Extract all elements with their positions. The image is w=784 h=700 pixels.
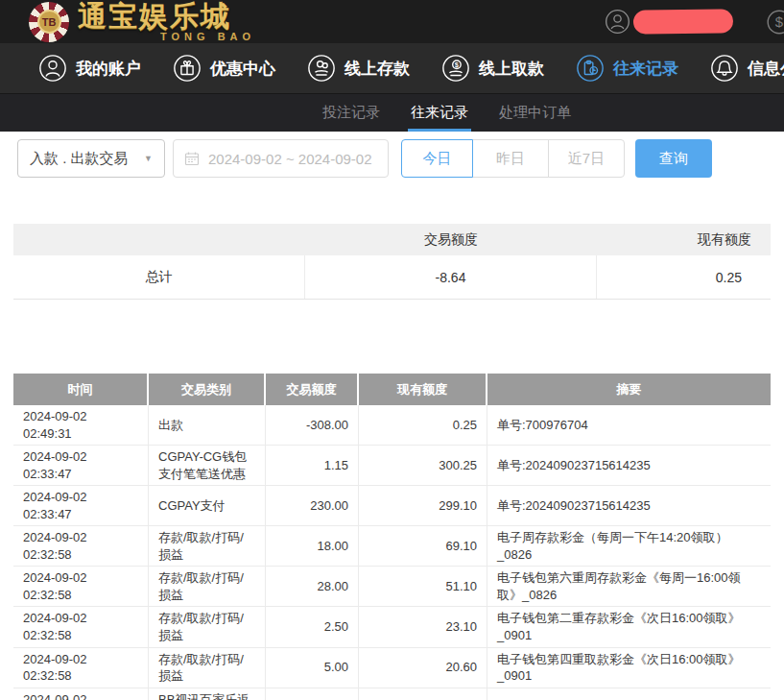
cell-summary: 电子钱包第二重存款彩金《次日16:00领取》_0901 [487,607,771,646]
last-7-days-button[interactable]: 近7日 [548,139,625,178]
filter-bar: 入款 . 出款交易 ▼ 2024-09-02 ~ 2024-09-02 今日 昨… [17,139,784,178]
summary-table: 交易额度 现有额度 总计 -8.64 0.25 [13,224,771,300]
date-range-value: 2024-09-02 ~ 2024-09-02 [208,151,372,167]
yesterday-button[interactable]: 昨日 [472,139,549,178]
cell-type: 存款/取款/打码/损益 [149,526,266,566]
cell-time: 2024-09-02 02:32:58 [13,607,149,646]
calendar-icon [184,151,200,166]
cell-type: CGPAY-CG钱包支付笔笔送优惠 [149,446,266,485]
nav-item-my-account[interactable]: 我的账户 [38,54,141,83]
cell-summary: 单号:202409023715614235 [487,446,771,485]
cell-time: 2024-09-02 02:33:47 [13,446,149,485]
poker-chip-logo-icon: TB [29,2,69,42]
summary-total-balance: 0.25 [597,255,771,299]
cell-amount: 5.00 [266,648,359,688]
nav-label: 往来记录 [613,58,678,80]
table-row: 2024-09-02 02:32:58 存款/取款/打码/损益 28.00 51… [13,567,771,607]
cell-amount: 1.15 [266,446,359,485]
table-row: 2024-09-02 02:33:47 CGPAY-CG钱包支付笔笔送优惠 1.… [13,446,771,486]
cell-time: 2024-09-02 02:49:31 [13,405,149,445]
cell-balance: 0.25 [359,405,487,445]
date-range-input[interactable]: 2024-09-02 ~ 2024-09-02 [173,139,389,178]
deposit-icon [307,54,336,83]
tab-pending-orders[interactable]: 处理中订单 [499,94,571,132]
cell-summary: 电子钱包第六重周存款彩金《每周一16:00领取》_0826 [487,567,771,606]
cell-amount: 18.00 [266,526,359,566]
today-button[interactable]: 今日 [401,139,473,178]
cell-amount: -308.00 [266,405,359,445]
summary-header-balance: 现有额度 [597,224,771,255]
cell-type: CGPAY支付 [149,486,266,525]
table-header-row: 时间 交易类别 交易额度 现有额度 摘要 [13,374,771,405]
cell-summary: 电子钱包第四重取款彩金《次日16:00领取》_0901 [487,648,771,688]
user-icon [38,54,67,83]
tab-bet-records[interactable]: 投注记录 [322,94,380,132]
cell-amount: 28.00 [266,567,359,606]
nav-label: 线上取款 [479,58,544,80]
search-button[interactable]: 查询 [635,139,712,178]
nav-label: 信息公告 [748,58,784,80]
top-bar: TB 通宝娱乐城 TONG BAO $ [0,0,784,43]
nav-label: 我的账户 [76,58,141,80]
cell-time: 2024-09-02 02:32:58 [13,567,149,606]
cell-summary: 单号:202409023715614235 [487,486,771,525]
gift-icon [173,54,202,83]
cell-balance: 69.10 [359,526,487,566]
cell-balance: 20.60 [359,648,487,688]
summary-total-row: 总计 -8.64 0.25 [13,255,771,300]
cell-balance: 15.60 [359,688,487,700]
cell-type: 存款/取款/打码/损益 [149,648,266,688]
records-icon [576,54,605,83]
balance-dollar-icon[interactable]: $ [766,9,784,36]
chip-monogram: TB [37,10,61,34]
tab-transaction-records[interactable]: 往来记录 [411,94,468,132]
cell-type: BB视讯百家乐返点 [149,688,266,700]
cell-type: 出款 [149,405,266,445]
nav-item-online-deposit[interactable]: 线上存款 [307,54,410,83]
col-header-type: 交易类别 [149,374,266,405]
cell-time: 2024-09-02 02:32:58 [13,648,149,688]
site-logo[interactable]: TB 通宝娱乐城 TONG BAO [29,2,255,42]
sub-navigation: 投注记录 往来记录 处理中订单 [0,94,784,132]
col-header-balance: 现有额度 [359,374,487,405]
transaction-type-select[interactable]: 入款 . 出款交易 ▼ [17,139,165,178]
cell-amount: 14.71 [266,688,359,700]
summary-total-amount: -8.64 [305,255,597,299]
cell-time: 2024-09-02 02:33:47 [13,486,149,525]
cell-type: 存款/取款/打码/损益 [149,567,266,606]
nav-label: 线上存款 [344,58,410,80]
account-user-icon[interactable] [605,9,630,35]
redacted-username [633,9,733,34]
cell-time: 2024-09-02 02:08:01 [13,688,149,700]
col-header-summary: 摘要 [487,374,771,405]
topbar-account-area: $ [605,0,784,43]
nav-item-online-withdrawal[interactable]: $ 线上取款 [441,54,544,83]
chevron-down-icon: ▼ [144,154,153,163]
nav-item-announcements[interactable]: 信息公告 [710,54,784,83]
table-row: 2024-09-02 02:32:58 存款/取款/打码/损益 2.50 23.… [13,607,771,647]
cell-summary: 系统派发_2024-09-01 [487,688,771,700]
cell-amount: 230.00 [266,486,359,525]
cell-type: 存款/取款/打码/损益 [149,607,266,646]
summary-header-empty [13,224,305,255]
cell-summary: 电子周存款彩金（每周一下午14:20领取）_0826 [487,526,771,566]
summary-total-label: 总计 [13,255,305,299]
table-row: 2024-09-02 02:32:58 存款/取款/打码/损益 5.00 20.… [13,648,771,688]
site-subtitle: TONG BAO [160,32,255,42]
bell-icon [710,54,739,83]
col-header-amount: 交易额度 [266,374,359,405]
main-navigation: 我的账户 优惠中心 线上存款 $ 线上取款 往来记录 [0,43,784,94]
transactions-table: 时间 交易类别 交易额度 现有额度 摘要 2024-09-02 02:49:31… [13,374,771,700]
summary-header-row: 交易额度 现有额度 [13,224,771,255]
col-header-time: 时间 [13,374,149,405]
table-row: 2024-09-02 02:49:31 出款 -308.00 0.25 单号:7… [13,405,771,446]
cell-amount: 2.50 [266,607,359,646]
cell-balance: 300.25 [359,446,487,485]
summary-header-amount: 交易额度 [305,224,597,255]
cell-balance: 23.10 [359,607,487,646]
table-row: 2024-09-02 02:32:58 存款/取款/打码/损益 18.00 69… [13,526,771,567]
nav-item-promotions[interactable]: 优惠中心 [173,54,275,83]
cell-time: 2024-09-02 02:32:58 [13,526,149,566]
nav-item-transaction-records[interactable]: 往来记录 [576,54,678,83]
site-title: 通宝娱乐城 [78,2,255,31]
